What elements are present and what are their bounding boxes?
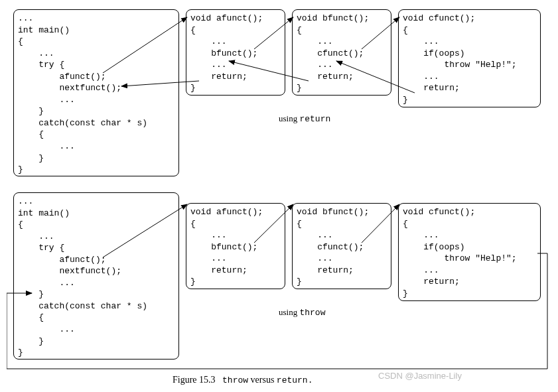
code-box-bfunct-1: void bfunct(); { ... cfunct(); ... retur… [292,9,391,96]
figure-caption: Figure 15.3 throw versus return. [173,374,313,387]
code-box-cfunct-1: void cfunct(); { ... if(oops) throw "Hel… [398,9,541,107]
watermark: CSDN @Jasmine-Lily [378,370,462,382]
code-box-main-2: ... int main() { ... try { afunct(); nex… [13,192,179,359]
code-box-bfunct-2: void bfunct(); { ... cfunct(); ... retur… [292,203,391,289]
diagram-canvas: ... int main() { ... try { afunct(); nex… [7,7,551,385]
label-using-return: using using returnreturn [279,113,330,125]
code-box-afunct-2: void afunct(); { ... bfunct(); ... retur… [186,203,285,289]
code-box-main-1: ... int main() { ... try { afunct(); nex… [13,9,179,176]
code-box-afunct-1: void afunct(); { ... bfunct(); ... retur… [186,9,285,96]
label-using-throw: using throw [279,306,325,319]
code-box-cfunct-2: void cfunct(); { ... if(oops) throw "Hel… [398,203,541,301]
